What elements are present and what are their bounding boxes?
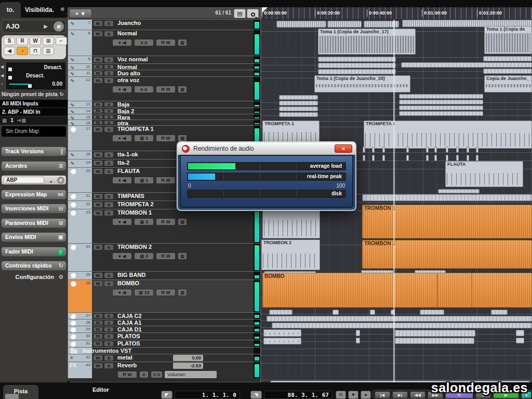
- mute-button[interactable]: m: [93, 160, 103, 166]
- channel-strip-button[interactable]: ▦: [178, 218, 187, 225]
- clip-thin[interactable]: [395, 330, 475, 337]
- inspector-slider-1[interactable]: Desact.: [8, 72, 63, 80]
- mute-button[interactable]: m: [93, 115, 103, 119]
- record-button[interactable]: ● ◀: [112, 86, 132, 93]
- clip-thin[interactable]: [399, 111, 483, 116]
- clip-bar[interactable]: [516, 330, 524, 336]
- clip-thin[interactable]: [438, 189, 480, 193]
- clip-thin[interactable]: [318, 57, 396, 62]
- clip-bar[interactable]: [382, 147, 385, 153]
- clip-bar[interactable]: [382, 155, 385, 161]
- clip-bar[interactable]: [456, 155, 459, 161]
- read-write-buttons[interactable]: R W: [156, 39, 176, 46]
- read-write-buttons[interactable]: R W: [156, 252, 176, 260]
- drum-grid-button[interactable]: ▦ 3: [134, 218, 154, 225]
- musical-timebase-button[interactable]: ♪: [17, 47, 28, 55]
- track-row-duo-alto[interactable]: ∿11msDuo alto: [68, 70, 260, 76]
- solo-button[interactable]: s: [104, 320, 114, 325]
- clip-bar[interactable]: [516, 338, 524, 343]
- clip-thin[interactable]: [399, 100, 483, 104]
- section-controles-rápidos[interactable]: Controles rápidos↻: [1, 261, 66, 271]
- solo-button[interactable]: s: [104, 160, 114, 166]
- right-locator-display[interactable]: 88. 3. 1. 67: [264, 391, 332, 399]
- bypass-button[interactable]: ⊂⊃: [151, 371, 163, 378]
- clip-bar[interactable]: [356, 338, 360, 343]
- mute-button[interactable]: m: [93, 320, 103, 325]
- clip-bar[interactable]: [363, 155, 365, 161]
- track-row-reverb[interactable]: FX44msReverb-2.53R We⊂⊃Volumen: [68, 362, 260, 378]
- track-row-otra[interactable]: ∿16msotra: [68, 119, 260, 125]
- drum-grid-button[interactable]: ▦ 3: [134, 252, 154, 260]
- track-row-voz-normal[interactable]: ∿9msVoz normal: [68, 56, 260, 63]
- section-track-versions[interactable]: Track Versions∥: [1, 147, 66, 156]
- menu-icon[interactable]: ≡: [60, 5, 64, 13]
- right-locator-icon[interactable]: ◥: [250, 391, 262, 399]
- solo-button[interactable]: s: [104, 363, 114, 369]
- solo-button[interactable]: s: [104, 341, 114, 347]
- solo-button[interactable]: s: [104, 20, 114, 26]
- edit-buttons[interactable]: e o: [134, 39, 154, 46]
- clip-thin[interactable]: [318, 63, 396, 68]
- clip-bombo[interactable]: BOMBO: [262, 273, 532, 308]
- channel-strip-button[interactable]: ▦: [178, 39, 187, 46]
- clip-bar[interactable]: [332, 310, 339, 315]
- solo-button[interactable]: s: [104, 193, 114, 200]
- rewind-button[interactable]: ◀◀: [410, 391, 425, 398]
- track-row-trombon-2[interactable]: 24msTROMBON 2● ◀▦ 3R W▦: [68, 243, 260, 271]
- read-write-buttons[interactable]: R W: [156, 86, 176, 93]
- track-row-juancho[interactable]: ∿7msJuancho: [68, 19, 260, 30]
- clip-bar[interactable]: [426, 155, 429, 161]
- mute-button[interactable]: m: [93, 121, 103, 125]
- clip-toma-1-copia-de-juancho-17-[interactable]: Toma 1 (Copia de Juancho_17): [318, 29, 416, 55]
- drum-grid-button[interactable]: ▦ 1: [134, 135, 154, 142]
- solo-button[interactable]: s: [104, 152, 114, 158]
- clip-thin[interactable]: [279, 101, 318, 105]
- filter-icon[interactable]: ▼: [348, 391, 358, 399]
- solo-button[interactable]: S: [4, 37, 15, 45]
- section-inserciones-midi[interactable]: Inserciones MIDI⊟: [1, 204, 66, 214]
- record-button[interactable]: ● ◀: [112, 218, 132, 225]
- mute-button[interactable]: m: [93, 210, 103, 216]
- track-value[interactable]: -2.53: [173, 363, 203, 369]
- edit-channel-button[interactable]: e: [54, 21, 64, 32]
- track-row-platos[interactable]: 31msPLATOS: [68, 340, 260, 347]
- mute-button[interactable]: m: [93, 64, 103, 69]
- clip-thin[interactable]: [483, 56, 532, 61]
- clip-trompeta-1[interactable]: TROMPETA 1: [364, 121, 532, 149]
- clip-thin[interactable]: [483, 69, 532, 74]
- solo-button[interactable]: s: [104, 121, 114, 125]
- solo-button[interactable]: s: [104, 202, 114, 208]
- read-write-buttons[interactable]: R W: [156, 135, 176, 142]
- clip-wavethin[interactable]: [276, 21, 326, 28]
- solo-button[interactable]: s: [104, 115, 114, 119]
- solo-button[interactable]: s: [104, 102, 114, 107]
- mute-button[interactable]: m: [93, 168, 103, 175]
- section-abp[interactable]: ABP▸e: [1, 175, 66, 185]
- solo-button[interactable]: s: [104, 31, 114, 37]
- freeze-button[interactable]: ⊞: [43, 37, 54, 45]
- clip-thin[interactable]: [395, 338, 474, 344]
- section-expression-map[interactable]: Expression Map⋈: [1, 190, 66, 200]
- clip-bar[interactable]: [446, 147, 448, 153]
- add-track-button[interactable]: + ▼: [69, 9, 92, 18]
- solo-button[interactable]: s: [104, 355, 114, 361]
- lock-button[interactable]: ⊓: [30, 47, 41, 55]
- slider-handle[interactable]: [28, 84, 32, 88]
- track-row-metal[interactable]: ≡43msmetal0.00: [68, 354, 260, 362]
- playhead-cursor[interactable]: [393, 20, 395, 382]
- section-fader-midi[interactable]: Fader MIDI: [1, 247, 66, 257]
- midi-channel-row[interactable]: ▦ 1 ➔▦: [0, 116, 68, 125]
- tab-editor[interactable]: Editor: [92, 387, 109, 393]
- clip-thin[interactable]: [420, 310, 444, 315]
- record-button[interactable]: ● ◀: [112, 135, 132, 142]
- clip-thin[interactable]: [362, 194, 532, 201]
- channel-strip-button[interactable]: ▦: [178, 135, 187, 142]
- clip-bar[interactable]: [476, 147, 478, 153]
- mute-button[interactable]: m: [93, 327, 103, 332]
- solo-button[interactable]: s: [104, 313, 114, 318]
- write-button[interactable]: W: [30, 37, 41, 45]
- mute-button[interactable]: m: [93, 126, 103, 132]
- clip-bar[interactable]: [372, 155, 375, 161]
- clip-bar[interactable]: [356, 330, 360, 336]
- lock-icon[interactable]: ⊓: [336, 391, 346, 399]
